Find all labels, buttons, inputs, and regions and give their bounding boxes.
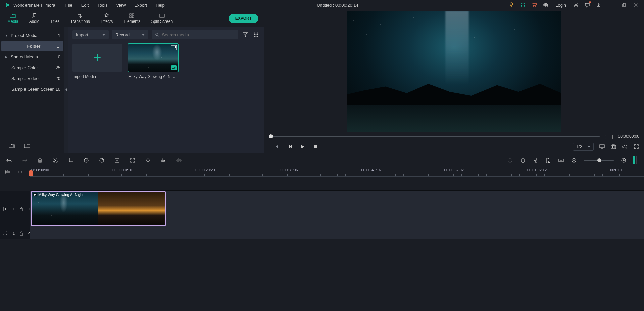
tab-media[interactable]: Media xyxy=(2,12,24,25)
adjust-icon[interactable] xyxy=(160,157,166,163)
cut-icon[interactable] xyxy=(52,157,58,163)
grid-view-icon[interactable] xyxy=(252,31,260,38)
search-input[interactable] xyxy=(152,30,238,39)
record-dropdown[interactable]: Record xyxy=(112,30,148,39)
svg-point-43 xyxy=(612,146,614,148)
download-icon[interactable] xyxy=(596,2,602,8)
menu-view[interactable]: View xyxy=(114,1,128,9)
marker-icon[interactable] xyxy=(520,157,526,163)
zoom-handle[interactable] xyxy=(597,158,601,162)
cart-icon[interactable] xyxy=(531,2,537,8)
fullscreen-icon[interactable] xyxy=(633,144,639,150)
color-icon[interactable] xyxy=(99,157,105,163)
undo-icon[interactable] xyxy=(6,157,12,163)
tracks-body[interactable]: Milky Way Glowing At Night xyxy=(30,177,644,239)
login-button[interactable]: Login xyxy=(554,3,567,8)
sidebar-item-folder[interactable]: Folder1 xyxy=(1,41,63,51)
play-icon[interactable] xyxy=(300,144,306,150)
timeline-ruler[interactable]: 00:00:00:0000:00:10:1000:00:20:2000:00:3… xyxy=(30,167,644,177)
snapshot-icon[interactable] xyxy=(610,144,616,150)
tab-split-screen[interactable]: Split Screen xyxy=(146,12,178,25)
menu-tools[interactable]: Tools xyxy=(95,1,109,9)
preview-video[interactable] xyxy=(347,11,561,132)
sidebar-item-sample-green-screen[interactable]: Sample Green Screen10 xyxy=(0,84,64,94)
tab-effects[interactable]: Effects xyxy=(95,12,118,25)
add-track-icon[interactable] xyxy=(558,157,564,163)
menu-help[interactable]: Help xyxy=(154,1,167,9)
voiceover-icon[interactable] xyxy=(533,157,539,163)
mark-in-button[interactable]: { xyxy=(603,134,607,139)
svg-point-18 xyxy=(256,33,257,34)
folder-icon[interactable] xyxy=(23,142,31,149)
lightbulb-icon[interactable] xyxy=(508,2,514,8)
sidebar-item-sample-color[interactable]: Sample Color25 xyxy=(0,62,64,73)
tab-titles[interactable]: Titles xyxy=(45,12,65,25)
save-icon[interactable] xyxy=(573,2,579,8)
crop-icon[interactable] xyxy=(68,157,74,163)
playhead[interactable] xyxy=(29,170,33,176)
sidebar-bottom-tools xyxy=(0,138,64,153)
mixer-icon[interactable] xyxy=(545,157,551,163)
preview-quality-dropdown[interactable]: 1/2 xyxy=(573,143,594,151)
menu-file[interactable]: File xyxy=(63,1,75,9)
export-button[interactable]: EXPORT xyxy=(229,14,258,23)
step-forward-icon[interactable] xyxy=(287,144,293,150)
playhead-line xyxy=(31,177,31,277)
svg-rect-31 xyxy=(175,47,176,48)
video-track-lane[interactable]: Milky Way Glowing At Night xyxy=(30,191,644,227)
sidebar-item-shared-media[interactable]: ▶Shared Media0 xyxy=(0,51,64,62)
video-clip-milky-way[interactable]: Milky Way Glowing At Night xyxy=(31,191,166,226)
keyframe-icon[interactable] xyxy=(145,157,151,163)
volume-icon[interactable] xyxy=(622,144,628,150)
zoom-in-icon[interactable] xyxy=(621,157,627,163)
lock-icon[interactable] xyxy=(19,231,23,236)
sidebar-collapse-button[interactable] xyxy=(64,27,68,153)
media-clip-milky-way[interactable]: Milky Way Glowing At Ni... xyxy=(128,44,178,79)
headset-icon[interactable] xyxy=(520,2,526,8)
search-field[interactable] xyxy=(162,32,235,37)
greenscreen-icon[interactable] xyxy=(114,157,120,163)
svg-rect-29 xyxy=(172,49,172,49)
tab-transitions[interactable]: Transitions xyxy=(65,12,95,25)
speed-icon[interactable] xyxy=(83,157,89,163)
filter-icon[interactable] xyxy=(242,31,249,38)
menu-edit[interactable]: Edit xyxy=(79,1,91,9)
redo-icon[interactable] xyxy=(21,157,28,163)
svg-rect-77 xyxy=(5,172,10,174)
lock-icon[interactable] xyxy=(19,207,23,211)
zoom-out-icon[interactable] xyxy=(571,157,577,163)
scrub-handle[interactable] xyxy=(269,134,273,138)
gift-icon[interactable] xyxy=(543,2,549,8)
import-dropdown[interactable]: Import xyxy=(72,30,109,39)
link-icon[interactable] xyxy=(17,169,23,175)
import-media-card[interactable]: + Import Media xyxy=(72,44,122,79)
stop-icon[interactable] xyxy=(312,144,318,150)
svg-rect-76 xyxy=(8,170,10,172)
sidebar-item-project-media[interactable]: ▼Project Media1 xyxy=(0,30,64,41)
audio-wave-icon[interactable] xyxy=(176,157,182,163)
step-back-icon[interactable] xyxy=(274,144,280,150)
sidebar-item-sample-video[interactable]: Sample Video20 xyxy=(0,73,64,84)
delete-icon[interactable] xyxy=(37,157,43,163)
track-manager-icon[interactable] xyxy=(5,169,11,175)
preview-time: 00:00:00:00 xyxy=(618,134,639,139)
tab-audio[interactable]: Audio xyxy=(24,12,45,25)
media-panel: Media Audio Titles Transitions Effects E… xyxy=(0,10,264,153)
scrub-track[interactable] xyxy=(269,136,600,137)
maximize-icon[interactable] xyxy=(621,2,627,8)
close-icon[interactable] xyxy=(633,2,639,8)
mark-out-button[interactable]: } xyxy=(610,134,614,139)
message-icon[interactable] xyxy=(584,2,590,8)
svg-rect-38 xyxy=(314,145,317,148)
zoom-slider[interactable] xyxy=(584,160,614,161)
tab-elements[interactable]: Elements xyxy=(118,12,146,25)
menu-export[interactable]: Export xyxy=(132,1,149,9)
svg-point-60 xyxy=(163,161,164,162)
render-icon[interactable] xyxy=(507,157,513,163)
monitor-icon[interactable] xyxy=(599,144,605,150)
minimize-icon[interactable] xyxy=(610,2,616,8)
zoom-fit-toggle[interactable] xyxy=(633,156,638,164)
new-folder-icon[interactable] xyxy=(8,142,15,149)
audio-track-lane[interactable] xyxy=(30,227,644,239)
expand-icon[interactable] xyxy=(130,157,136,163)
